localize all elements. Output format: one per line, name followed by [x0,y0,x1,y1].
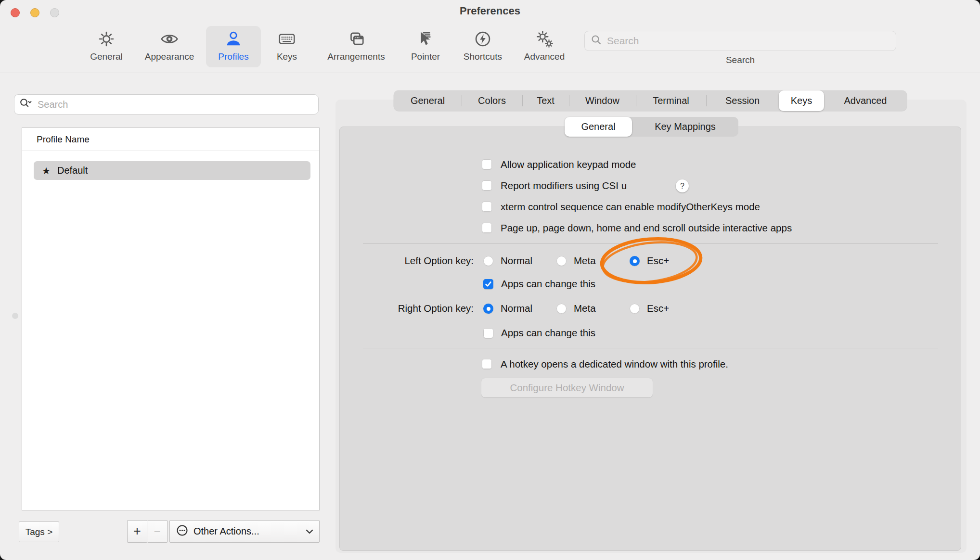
tab-window[interactable]: Window [569,90,636,111]
tab-advanced[interactable]: Advanced [824,90,907,111]
chevron-down-icon [306,527,313,536]
toolbar-item-general[interactable]: General [73,27,140,62]
toolbar-item-keys[interactable]: Keys [253,27,321,62]
toolbar-item-appearance[interactable]: Appearance [136,27,203,62]
right-option-key-label: Right Option key: [335,302,474,315]
profile-list-header: Profile Name [37,134,90,145]
radio-right-esc[interactable] [630,304,640,314]
keys-general-pane [339,127,961,551]
radio-right-normal[interactable] [483,304,493,314]
tab-general[interactable]: General [394,90,462,111]
preferences-window: Preferences General Appearance Profiles … [0,0,980,560]
toolbar-label: Appearance [136,51,203,62]
ellipsis-circle-icon [176,524,189,539]
scoped-search-icon [19,98,33,111]
radio-label: Normal [501,254,532,267]
other-actions-dropdown[interactable]: Other Actions... [169,520,320,543]
tab-colors[interactable]: Colors [462,90,522,111]
profile-add-remove-group: + − [127,520,168,543]
radio-right-meta[interactable] [556,304,567,314]
tab-keys[interactable]: Keys [779,90,824,111]
configure-hotkey-window-button: Configure Hotkey Window [481,378,653,397]
profile-search-field[interactable] [14,94,319,115]
gear-icon [73,27,140,51]
checkbox-label: xterm control sequence can enable modify… [501,200,760,214]
windows-stack-icon [322,27,390,51]
tab-text[interactable]: Text [522,90,569,111]
toolbar-item-arrangements[interactable]: Arrangements [322,27,390,62]
left-option-key-label: Left Option key: [335,254,474,267]
radio-left-normal[interactable] [483,256,493,266]
toolbar-search-field[interactable] [584,31,896,51]
toolbar-search-label: Search [692,55,788,65]
remove-profile-button: − [147,520,168,543]
radio-label: Meta [574,254,596,267]
checkbox-csi-u[interactable] [482,180,492,191]
subtab-general[interactable]: General [565,117,632,137]
profile-name: Default [57,165,88,176]
checkbox-hotkey-window[interactable] [482,359,492,369]
tab-terminal[interactable]: Terminal [636,90,706,111]
checkbox-modify-other-keys[interactable] [482,202,492,212]
eye-icon [136,27,203,51]
toolbar-item-advanced[interactable]: Advanced [511,27,578,62]
checkbox-keypad-mode[interactable] [482,159,492,169]
toolbar-label: General [73,51,140,62]
profile-tab-bar: General Colors Text Window Terminal Sess… [394,90,907,111]
radio-left-meta[interactable] [556,256,567,266]
keys-subtab-bar: General Key Mappings [565,117,738,137]
toolbar-search-input[interactable] [606,35,890,47]
list-header-divider [22,151,319,151]
lightning-circle-icon [449,27,516,51]
section-divider [363,348,938,348]
keyboard-icon [253,27,321,51]
radio-label: Meta [574,302,596,315]
splitter-handle[interactable] [12,313,18,319]
toolbar-item-shortcuts[interactable]: Shortcuts [449,27,516,62]
checkbox-label: Apps can change this [501,277,595,291]
checkbox-scroll-outside-apps[interactable] [482,223,492,233]
checkbox-label: A hotkey opens a dedicated window with t… [501,357,728,371]
help-button[interactable]: ? [676,179,689,192]
toolbar-label: Arrangements [322,51,390,62]
toolbar-label: Keys [253,51,321,62]
profile-list: Profile Name ★ Default [22,127,320,510]
checkbox-label: Allow application keypad mode [501,158,636,171]
window-title: Preferences [0,5,980,17]
search-icon [591,34,602,48]
annotation-circle [596,235,708,289]
toolbar-separator [0,73,980,73]
add-profile-button[interactable]: + [127,520,147,543]
toolbar-label: Shortcuts [449,51,516,62]
checkbox-left-apps-can-change[interactable] [483,279,493,289]
profile-row-default[interactable]: ★ Default [34,161,310,180]
checkbox-right-apps-can-change[interactable] [483,328,493,338]
checkbox-label: Page up, page down, home and end scroll … [501,221,792,235]
radio-label: Esc+ [647,302,669,315]
star-icon: ★ [42,165,51,177]
checkbox-label: Report modifiers using CSI u [501,179,627,192]
radio-label: Normal [501,302,532,315]
checkbox-label: Apps can change this [501,326,595,340]
tags-button[interactable]: Tags > [19,522,59,542]
subtab-key-mappings[interactable]: Key Mappings [632,117,738,137]
profile-search-input[interactable] [37,99,313,111]
other-actions-label: Other Actions... [193,526,259,537]
gears-icon [511,27,578,51]
tab-session[interactable]: Session [706,90,779,111]
toolbar-label: Advanced [511,51,578,62]
